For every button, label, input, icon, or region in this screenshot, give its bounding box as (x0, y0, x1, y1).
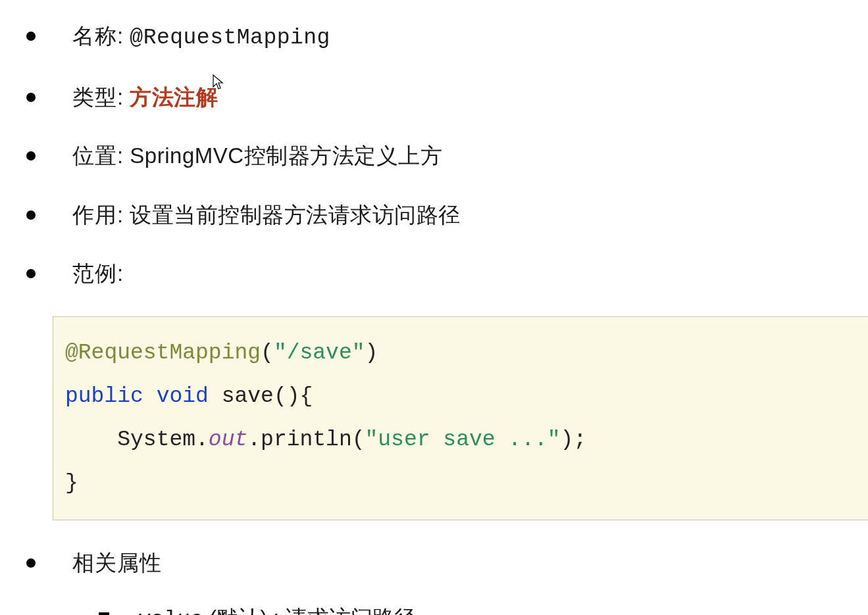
sub-value-default: (默认) : (203, 606, 286, 615)
code-kw-void: void (157, 384, 209, 408)
bullet-list: 名称: @RequestMapping 类型: 方法注解 位置: SpringM… (0, 20, 868, 290)
item-location: 位置: SpringMVC控制器方法定义上方 (26, 139, 868, 172)
code-string-msg: "user save ..." (365, 428, 561, 452)
value-name: @RequestMapping (130, 26, 330, 50)
code-brace-open: { (300, 384, 313, 408)
code-kw-public: public (65, 384, 143, 408)
label-name: 名称: (72, 24, 124, 48)
label-related: 相关属性 (72, 551, 162, 575)
label-type: 类型: (72, 85, 124, 109)
code-indent (65, 428, 117, 452)
code-pclose: ) (561, 428, 574, 452)
item-example: 范例: (26, 257, 868, 290)
code-dot: . (247, 428, 261, 452)
code-string-path: "/save" (274, 341, 365, 365)
item-related: 相关属性 value (默认) : 请求访问路径 (26, 547, 868, 616)
code-system: System. (117, 428, 209, 452)
code-popen: ( (352, 428, 365, 452)
code-brace-close: } (65, 471, 78, 495)
item-type: 类型: 方法注解 (26, 81, 868, 114)
sub-list: value (默认) : 请求访问路径 (72, 602, 868, 615)
code-println: println (261, 428, 352, 452)
code-method-parens: () (274, 384, 300, 408)
code-paren-open: ( (261, 341, 274, 365)
bullet-list-2: 相关属性 value (默认) : 请求访问路径 (0, 547, 868, 616)
label-location: 位置: (72, 143, 124, 168)
label-purpose: 作用: (72, 203, 124, 227)
code-paren-close: ) (365, 341, 378, 365)
code-block: @RequestMapping("/save") public void sav… (53, 316, 868, 520)
item-name: 名称: @RequestMapping (26, 20, 868, 55)
sub-value-mono: value (138, 608, 203, 615)
item-purpose: 作用: 设置当前控制器方法请求访问路径 (26, 199, 868, 232)
sub-item-value: value (默认) : 请求访问路径 (99, 602, 868, 615)
code-annotation: @RequestMapping (65, 341, 261, 365)
value-type: 方法注解 (130, 85, 218, 109)
value-purpose: 设置当前控制器方法请求访问路径 (130, 203, 461, 227)
code-semi: ; (573, 428, 586, 452)
code-out: out (209, 428, 247, 452)
code-method-name: save (222, 384, 274, 408)
label-example: 范例: (72, 261, 124, 285)
sub-value-desc: 请求访问路径 (286, 606, 416, 615)
value-location: SpringMVC控制器方法定义上方 (130, 143, 442, 168)
